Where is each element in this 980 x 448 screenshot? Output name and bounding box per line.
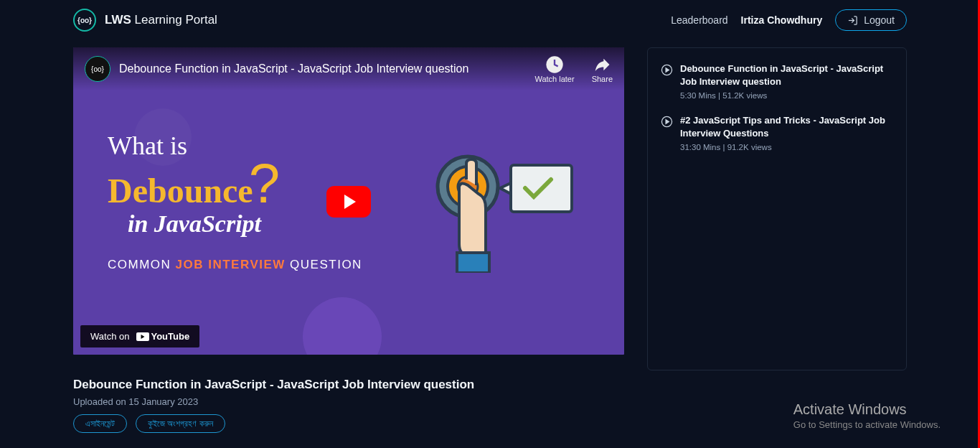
brand-light: Learning Portal xyxy=(131,13,217,27)
question-mark-icon: ? xyxy=(249,161,280,205)
user-name: Irtiza Chowdhury xyxy=(741,14,823,26)
youtube-icon xyxy=(136,332,149,341)
svg-marker-11 xyxy=(666,120,669,124)
video-section: {oo} Debounce Function in JavaScript - J… xyxy=(73,47,624,433)
video-title: Debounce Function in JavaScript - JavaSc… xyxy=(73,378,624,392)
logout-button[interactable]: Logout xyxy=(835,9,907,31)
play-circle-icon xyxy=(661,116,673,128)
brand-name: LWS Learning Portal xyxy=(105,13,217,27)
svg-marker-9 xyxy=(666,68,669,73)
quiz-button[interactable]: কুইজে অংশগ্রহণ করুন xyxy=(136,414,225,433)
thumb-text-4: COMMON JOB INTERVIEW QUESTION xyxy=(108,258,362,272)
youtube-logo: YouTube xyxy=(136,331,189,342)
logo-icon: {oo} xyxy=(73,9,96,32)
play-button[interactable] xyxy=(326,186,371,218)
playlist-item-title: Debounce Function in JavaScript - JavaSc… xyxy=(680,62,893,88)
video-meta: Debounce Function in JavaScript - JavaSc… xyxy=(73,378,624,433)
watch-on-youtube-button[interactable]: Watch on YouTube xyxy=(80,325,199,347)
assignment-button[interactable]: এসাইনমেন্ট xyxy=(73,414,127,433)
play-circle-icon xyxy=(661,64,673,76)
svg-marker-6 xyxy=(500,183,511,194)
video-upload-date: Uploaded on 15 January 2023 xyxy=(73,396,624,407)
thumb-text-3: in JavaScript xyxy=(128,210,362,238)
brand-bold: LWS xyxy=(105,13,131,27)
playlist-sidebar: Debounce Function in JavaScript - JavaSc… xyxy=(647,47,907,370)
playlist-item-meta: 5:30 Mins | 51.2K views xyxy=(680,91,893,100)
playlist-item[interactable]: #2 JavaScript Tips and Tricks - JavaScri… xyxy=(661,114,893,151)
main-content: {oo} Debounce Function in JavaScript - J… xyxy=(0,40,980,433)
video-player[interactable]: {oo} Debounce Function in JavaScript - J… xyxy=(73,47,624,355)
playlist-item-title: #2 JavaScript Tips and Tricks - JavaScri… xyxy=(680,114,893,139)
leaderboard-link[interactable]: Leaderboard xyxy=(671,14,727,26)
header: {oo} LWS Learning Portal Leaderboard Irt… xyxy=(0,0,980,40)
logout-label: Logout xyxy=(864,14,895,26)
windows-watermark: Activate Windows Go to Settings to activ… xyxy=(793,401,941,430)
logo-group[interactable]: {oo} LWS Learning Portal xyxy=(73,9,217,32)
header-right: Leaderboard Irtiza Chowdhury Logout xyxy=(671,9,907,31)
thumb-text-1: What is xyxy=(108,131,362,161)
video-graphic xyxy=(425,129,590,273)
playlist-item[interactable]: Debounce Function in JavaScript - JavaSc… xyxy=(661,62,893,100)
playlist-item-meta: 31:30 Mins | 91.2K views xyxy=(680,143,893,151)
thumb-text-2: Debounce xyxy=(108,171,253,210)
svg-rect-7 xyxy=(457,253,489,273)
logout-icon xyxy=(847,15,858,26)
